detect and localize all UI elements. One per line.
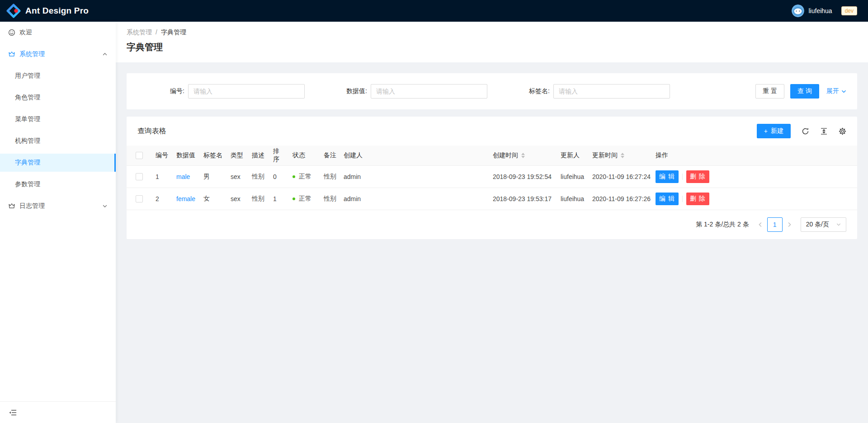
- sidebar-item-dict-management[interactable]: 字典管理: [0, 154, 116, 172]
- search-form: 编号: 数据值: 标签名: 重 置 查 询: [127, 73, 857, 109]
- edit-button[interactable]: 编 辑: [656, 170, 679, 183]
- settings-gear-icon[interactable]: [839, 127, 846, 135]
- column-header: 编号: [152, 146, 173, 165]
- env-tag: dev: [841, 6, 857, 15]
- cell-type: sex: [227, 188, 248, 210]
- table-toolbar: 查询表格 +新建: [127, 117, 857, 146]
- sidebar-item-welcome[interactable]: 欢迎: [0, 24, 116, 42]
- breadcrumb-section[interactable]: 系统管理: [127, 28, 152, 36]
- sidebar-item-log-management[interactable]: 日志管理: [0, 197, 116, 215]
- row-checkbox[interactable]: [136, 195, 143, 202]
- page-number-1[interactable]: 1: [767, 217, 783, 232]
- column-header: 标签名: [200, 146, 227, 165]
- cell-value-link[interactable]: female: [176, 195, 195, 202]
- sidebar-item-menu-management[interactable]: 菜单管理: [0, 110, 116, 128]
- action-divider: [682, 174, 683, 180]
- sidebar-item-label: 日志管理: [19, 202, 45, 210]
- status-dot: [292, 175, 295, 178]
- field-label: 标签名:: [503, 87, 553, 95]
- main-content: 系统管理/字典管理 字典管理 编号: 数据值: 标签名:: [116, 22, 868, 423]
- search-field-tag: 标签名:: [503, 84, 685, 99]
- chevron-down-icon: [102, 203, 108, 209]
- sidebar-item-org-management[interactable]: 机构管理: [0, 132, 116, 150]
- tag-input[interactable]: [553, 84, 670, 99]
- table-title: 查询表格: [137, 127, 166, 136]
- app-title: Ant Design Pro: [25, 6, 89, 16]
- cell-type: sex: [227, 165, 248, 188]
- delete-button[interactable]: 删 除: [686, 193, 709, 205]
- column-header: 创建人: [340, 146, 489, 165]
- crown-icon: [8, 202, 15, 210]
- select-all-checkbox[interactable]: [136, 152, 143, 159]
- page-size-select[interactable]: 20 条/页: [801, 217, 846, 232]
- breadcrumb: 系统管理/字典管理: [127, 28, 857, 37]
- sidebar-item-system-management[interactable]: 系统管理: [0, 45, 116, 63]
- new-button[interactable]: +新建: [757, 124, 791, 138]
- prev-page-icon[interactable]: [754, 217, 767, 232]
- cell-updated-at: 2020-11-09 16:27:24: [589, 165, 652, 188]
- cell-sort: 0: [269, 165, 289, 188]
- cell-no: 1: [152, 165, 173, 188]
- cell-updater: liufeihua: [557, 188, 589, 210]
- delete-button[interactable]: 删 除: [686, 170, 709, 183]
- expand-toggle[interactable]: 展开: [826, 87, 846, 95]
- row-checkbox[interactable]: [136, 173, 143, 180]
- sidebar-item-user-management[interactable]: 用户管理: [0, 67, 116, 85]
- column-header: 状态: [289, 146, 320, 165]
- cell-description: 性别: [248, 188, 269, 210]
- query-button[interactable]: 查 询: [790, 84, 819, 99]
- column-header: 描述: [248, 146, 269, 165]
- sidebar-item-label: 用户管理: [15, 72, 40, 80]
- column-header: 更新人: [557, 146, 589, 165]
- crown-icon: [8, 51, 15, 58]
- app-root: Ant Design Pro liufeihua dev: [0, 0, 868, 423]
- chevron-down-icon: [836, 222, 841, 227]
- smile-icon: [8, 29, 15, 36]
- search-actions: 重 置 查 询 展开: [685, 84, 846, 99]
- pagination-total: 第 1-2 条/总共 2 条: [696, 221, 749, 229]
- no-input[interactable]: [188, 84, 305, 99]
- column-header-sortable[interactable]: 创建时间: [489, 146, 557, 165]
- cell-created-at: 2018-09-23 19:52:54: [489, 165, 557, 188]
- status-dot: [292, 197, 295, 200]
- status-badge: 正常: [292, 195, 311, 203]
- chevron-up-icon: [102, 52, 108, 57]
- value-input[interactable]: [371, 84, 487, 99]
- cell-value-link[interactable]: male: [176, 173, 190, 180]
- field-label: 编号:: [137, 87, 188, 95]
- cell-remark: 性别: [320, 188, 340, 210]
- column-header-sortable[interactable]: 更新时间: [589, 146, 652, 165]
- user-avatar[interactable]: [792, 5, 804, 17]
- status-badge: 正常: [292, 173, 311, 181]
- cell-updater: liufeihua: [557, 165, 589, 188]
- plus-icon: +: [764, 127, 768, 135]
- header-right: liufeihua dev: [792, 5, 857, 17]
- sidebar-item-label: 角色管理: [15, 94, 40, 102]
- brand[interactable]: Ant Design Pro: [6, 4, 89, 18]
- cell-creator: admin: [340, 165, 489, 188]
- chevron-down-icon: [841, 89, 846, 94]
- density-icon[interactable]: [820, 127, 828, 135]
- sidebar-item-label: 参数管理: [15, 180, 40, 188]
- table-card: 查询表格 +新建: [127, 117, 857, 239]
- ant-design-logo: [6, 4, 21, 18]
- column-header: 排序: [269, 146, 289, 165]
- expand-label: 展开: [826, 87, 839, 95]
- pagination: 第 1-2 条/总共 2 条 1 20 条/页: [127, 210, 857, 239]
- sidebar-item-role-management[interactable]: 角色管理: [0, 89, 116, 107]
- sidebar-collapse-button[interactable]: [0, 401, 116, 423]
- cell-actions: 编 辑删 除: [652, 188, 857, 210]
- search-field-value: 数据值:: [320, 84, 503, 99]
- cell-creator: admin: [340, 188, 489, 210]
- reload-icon[interactable]: [802, 127, 809, 135]
- toolbar-actions: +新建: [757, 124, 846, 138]
- next-page-icon[interactable]: [783, 217, 796, 232]
- content-area: 编号: 数据值: 标签名: 重 置 查 询: [116, 62, 868, 423]
- table-row: 1 male 男 sex 性别 0 正常 性别 admin 2018-09-23…: [127, 165, 857, 188]
- cell-updated-at: 2020-11-09 16:27:26: [589, 188, 652, 210]
- username[interactable]: liufeihua: [808, 7, 832, 14]
- edit-button[interactable]: 编 辑: [656, 193, 679, 205]
- cell-tag: 男: [200, 165, 227, 188]
- sidebar-item-param-management[interactable]: 参数管理: [0, 175, 116, 193]
- reset-button[interactable]: 重 置: [755, 84, 784, 99]
